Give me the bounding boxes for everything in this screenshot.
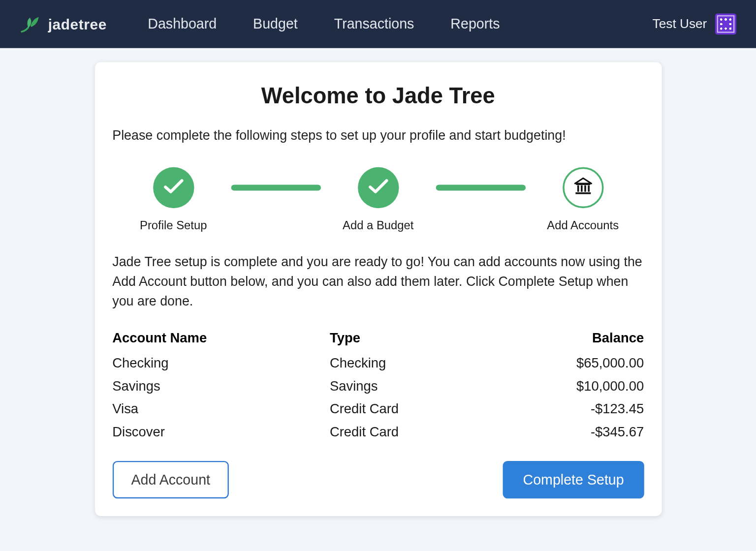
check-icon [368, 178, 388, 197]
user-menu[interactable]: Test User [653, 13, 736, 34]
step-add-accounts: Add Accounts [530, 167, 636, 232]
progress-bar [436, 184, 525, 190]
jadetree-logo-icon [20, 13, 42, 35]
nav-link-reports[interactable]: Reports [450, 16, 500, 32]
onboarding-card: Welcome to Jade Tree Please complete the… [95, 62, 662, 516]
step-profile-setup: Profile Setup [121, 167, 226, 232]
card-actions: Add Account Complete Setup [112, 461, 644, 498]
step-label: Add Accounts [547, 218, 619, 232]
table-row: Savings Savings $10,000.00 [112, 374, 644, 397]
cell-type: Savings [330, 374, 489, 397]
nav-links: Dashboard Budget Transactions Reports [148, 16, 500, 32]
top-nav: jadetree Dashboard Budget Transactions R… [0, 0, 756, 48]
svg-rect-2 [580, 185, 582, 191]
cell-balance: $65,000.00 [488, 352, 644, 374]
cell-balance: -$345.67 [488, 420, 644, 443]
cell-name: Savings [112, 374, 330, 397]
brand-name: jadetree [48, 16, 107, 33]
check-icon [163, 178, 184, 197]
col-account-name: Account Name [112, 327, 330, 352]
accounts-table: Account Name Type Balance Checking Check… [112, 327, 644, 443]
col-type: Type [330, 327, 489, 352]
progress-bar [231, 184, 320, 190]
cell-name: Visa [112, 398, 330, 420]
svg-rect-0 [576, 184, 590, 185]
table-row: Discover Credit Card -$345.67 [112, 420, 644, 443]
table-header-row: Account Name Type Balance [112, 327, 644, 352]
step-add-budget-indicator [358, 167, 399, 208]
cell-balance: $10,000.00 [488, 374, 644, 397]
nav-link-transactions[interactable]: Transactions [334, 16, 414, 32]
step-label: Profile Setup [140, 218, 207, 232]
cell-balance: -$123.45 [488, 398, 644, 420]
col-balance: Balance [488, 327, 644, 352]
page-subtitle: Please complete the following steps to s… [112, 126, 644, 145]
step-add-accounts-indicator [563, 167, 603, 208]
onboarding-body: Jade Tree setup is complete and you are … [112, 252, 644, 311]
cell-name: Discover [112, 420, 330, 443]
step-profile-setup-indicator [153, 167, 194, 208]
setup-stepper: Profile Setup Add a Budget [112, 167, 644, 232]
user-name: Test User [653, 16, 707, 31]
svg-rect-3 [584, 185, 586, 191]
cell-type: Checking [330, 352, 489, 374]
table-row: Checking Checking $65,000.00 [112, 352, 644, 374]
svg-rect-5 [575, 192, 591, 194]
cell-type: Credit Card [330, 420, 489, 443]
step-add-budget: Add a Budget [325, 167, 431, 232]
nav-link-dashboard[interactable]: Dashboard [148, 16, 217, 32]
nav-link-budget[interactable]: Budget [253, 16, 298, 32]
page-title: Welcome to Jade Tree [112, 83, 644, 108]
add-account-button[interactable]: Add Account [112, 461, 229, 498]
complete-setup-button[interactable]: Complete Setup [503, 461, 644, 498]
bank-icon [572, 175, 594, 200]
brand[interactable]: jadetree [20, 13, 107, 35]
avatar-icon [715, 13, 736, 34]
table-row: Visa Credit Card -$123.45 [112, 398, 644, 420]
svg-rect-1 [577, 185, 579, 191]
cell-name: Checking [112, 352, 330, 374]
svg-rect-4 [588, 185, 590, 191]
cell-type: Credit Card [330, 398, 489, 420]
step-label: Add a Budget [343, 218, 413, 232]
